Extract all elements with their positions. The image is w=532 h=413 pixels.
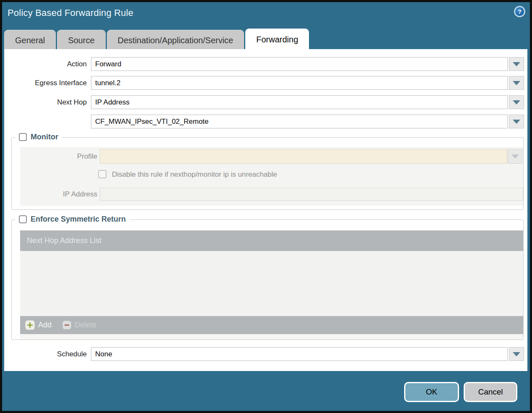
tab-bar: General Source Destination/Application/S… bbox=[4, 29, 309, 50]
next-hop-address-list-header: Next Hop Address List bbox=[20, 230, 523, 251]
delete-icon bbox=[62, 321, 71, 329]
profile-select bbox=[100, 149, 507, 164]
monitor-legend: Monitor bbox=[15, 133, 62, 141]
tab-source[interactable]: Source bbox=[57, 30, 105, 50]
add-icon[interactable] bbox=[25, 320, 35, 330]
profile-label: Profile bbox=[20, 149, 97, 164]
enforce-symmetric-return-checkbox[interactable] bbox=[19, 215, 27, 223]
disable-rule-checkbox bbox=[98, 170, 106, 178]
next-hop-address-select[interactable]: CF_MWAN_IPsec_VTI_02_Remote bbox=[91, 115, 508, 128]
chevron-down-icon bbox=[513, 120, 520, 124]
schedule-label: Schedule bbox=[4, 347, 87, 361]
chevron-down-icon bbox=[513, 62, 520, 66]
monitor-ip-address-label: IP Address bbox=[20, 188, 97, 201]
add-button[interactable]: Add bbox=[38, 321, 52, 329]
tab-destination-application-service[interactable]: Destination/Application/Service bbox=[107, 30, 244, 50]
enforce-symmetric-return-legend: Enforce Symmetric Return bbox=[15, 215, 130, 224]
next-hop-type-select[interactable]: IP Address bbox=[91, 95, 508, 109]
help-icon[interactable]: ? bbox=[514, 6, 525, 17]
disable-rule-label: Disable this rule if nexthop/monitor ip … bbox=[112, 170, 277, 179]
next-hop-label: Next Hop bbox=[4, 95, 87, 109]
chevron-down-icon bbox=[511, 154, 519, 159]
egress-interface-label: Egress Interface bbox=[4, 76, 87, 90]
monitor-ip-address-input bbox=[100, 188, 523, 201]
chevron-down-icon bbox=[513, 81, 520, 85]
chevron-down-icon bbox=[513, 352, 520, 356]
monitor-checkbox[interactable] bbox=[19, 133, 27, 141]
enforce-symmetric-return-title: Enforce Symmetric Return bbox=[31, 215, 126, 224]
grid-bottom-strip bbox=[20, 334, 523, 340]
chevron-down-icon bbox=[513, 100, 520, 105]
tab-forwarding[interactable]: Forwarding bbox=[245, 29, 309, 50]
egress-interface-dropdown-button[interactable] bbox=[509, 76, 524, 90]
next-hop-type-dropdown-button[interactable] bbox=[509, 95, 524, 109]
monitor-section-title: Monitor bbox=[31, 133, 58, 141]
tab-general[interactable]: General bbox=[4, 30, 56, 50]
egress-interface-select[interactable]: tunnel.2 bbox=[91, 76, 508, 90]
schedule-select[interactable]: None bbox=[91, 347, 508, 361]
monitor-section: Monitor Profile Disable this rule if nex… bbox=[11, 137, 524, 210]
monitor-panel: Profile Disable this rule if nexthop/mon… bbox=[20, 147, 523, 206]
next-hop-address-list-toolbar: Add Delete bbox=[20, 316, 523, 334]
action-dropdown-button[interactable] bbox=[509, 57, 524, 71]
enforce-symmetric-return-section: Enforce Symmetric Return Next Hop Addres… bbox=[11, 220, 524, 340]
schedule-dropdown-button[interactable] bbox=[509, 347, 524, 361]
next-hop-address-dropdown-button[interactable] bbox=[509, 115, 524, 128]
policy-based-forwarding-dialog: Policy Based Forwarding Rule ? General S… bbox=[0, 0, 532, 413]
action-label: Action bbox=[4, 57, 87, 71]
profile-dropdown-button bbox=[508, 149, 522, 164]
delete-button: Delete bbox=[75, 321, 96, 329]
next-hop-address-list-body[interactable] bbox=[20, 251, 523, 316]
cancel-button[interactable]: Cancel bbox=[464, 382, 517, 402]
forwarding-tab-panel: Action Forward Egress Interface tunnel.2… bbox=[4, 49, 527, 371]
dialog-title: Policy Based Forwarding Rule bbox=[8, 8, 133, 18]
action-select[interactable]: Forward bbox=[91, 57, 508, 71]
ok-button[interactable]: OK bbox=[404, 382, 459, 402]
next-hop-address-list-grid: Next Hop Address List Add Delete bbox=[20, 230, 523, 340]
